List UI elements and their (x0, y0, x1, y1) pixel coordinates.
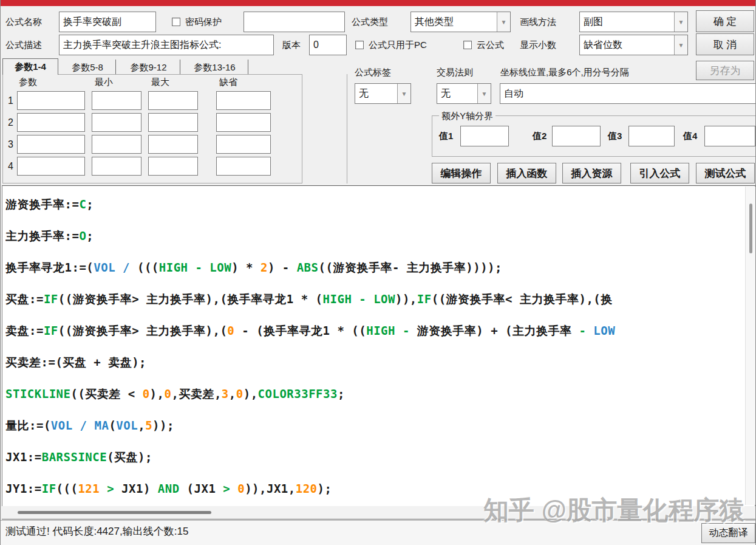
cloud-formula-label: 云公式 (477, 35, 504, 55)
param-input[interactable] (92, 113, 141, 132)
code-line: 量比:=(VOL / MA(VOL,5)); (5, 410, 755, 441)
version-input[interactable]: 0 (309, 35, 347, 55)
formula-tag-label: 公式标签 (355, 62, 391, 83)
save-as-button[interactable]: 另存为 (696, 61, 754, 80)
formula-name-label: 公式名称 (5, 12, 42, 32)
trade-rule-label: 交易法则 (437, 62, 473, 83)
test-formula-button[interactable]: 测试公式 (696, 163, 755, 183)
draw-method-select[interactable]: 副图 ▼ (579, 12, 688, 32)
cloud-formula-checkbox[interactable] (463, 41, 472, 49)
coord-line-label: 坐标线位置,最多6个,用分号分隔 (500, 62, 629, 83)
value2-input[interactable] (552, 126, 601, 146)
param-input[interactable] (216, 113, 271, 132)
pc-only-label: 公式只用于PC (369, 35, 427, 55)
code-line: 游资换手率:=C; (5, 188, 755, 220)
param-input[interactable] (92, 135, 141, 154)
value3-input[interactable] (628, 126, 675, 146)
decimal-value: 缺省位数 (580, 35, 674, 55)
value3-label: 值3 (608, 126, 622, 146)
dynamic-translate-button[interactable]: 动态翻译 (701, 523, 755, 543)
code-line: 换手率寻龙1:=(VOL / (((HIGH - LOW) * 2) - ABS… (5, 252, 755, 283)
version-label: 版本 (282, 35, 301, 55)
formula-desc-label: 公式描述 (5, 35, 42, 55)
param-header-name: 参数 (19, 77, 37, 88)
pc-only-checkbox[interactable] (355, 41, 364, 49)
formula-type-select[interactable]: 其他类型 ▼ (410, 12, 511, 32)
param-input[interactable] (148, 135, 198, 154)
trade-rule-select[interactable]: 无 ▼ (437, 83, 491, 104)
edit-operations-button[interactable]: 编辑操作 (432, 163, 491, 183)
chevron-down-icon[interactable]: ▼ (674, 35, 687, 55)
tab-params-13-16[interactable]: 参数13-16 (182, 60, 248, 75)
formula-tag-value: 无 (355, 84, 397, 103)
chevron-down-icon[interactable]: ▼ (477, 84, 491, 103)
coord-line-input[interactable]: 自动 (500, 83, 756, 104)
param-row-number: 3 (8, 139, 13, 150)
code-editor[interactable]: 游资换手率:=C;主力换手率:=O;换手率寻龙1:=(VOL / (((HIGH… (2, 185, 755, 506)
titlebar[interactable] (1, 0, 756, 6)
password-input[interactable] (243, 12, 345, 32)
formula-name-input[interactable]: 换手率突破副 (59, 12, 156, 32)
value1-input[interactable] (460, 126, 509, 146)
formula-editor-dialog: 公式名称 换手率突破副 密码保护 公式类型 其他类型 ▼ 画线方法 副图 ▼ 确… (0, 0, 756, 545)
param-row-number: 1 (8, 95, 13, 106)
draw-method-label: 画线方法 (520, 12, 556, 32)
code-line: JX1:=BARSSINCE(买盘); (5, 441, 755, 473)
formula-tag-select[interactable]: 无 ▼ (355, 83, 411, 104)
y-axis-group-title: 额外Y轴分界 (439, 111, 495, 122)
tab-params-1-4[interactable]: 参数1-4 (2, 58, 58, 75)
import-formula-button[interactable]: 引入公式 (630, 163, 689, 183)
tab-params-5-8[interactable]: 参数5-8 (60, 60, 116, 75)
param-input[interactable] (148, 157, 198, 176)
param-header-min: 最小 (95, 77, 113, 88)
decimal-select[interactable]: 缺省位数 ▼ (579, 35, 688, 55)
trade-rule-value: 无 (437, 84, 477, 103)
chevron-down-icon[interactable]: ▼ (397, 84, 410, 103)
value4-label: 值4 (683, 126, 697, 146)
param-input[interactable] (216, 91, 271, 110)
param-input[interactable] (148, 113, 198, 132)
status-text: 测试通过! 代码长度:4427,输出线个数:15 (5, 524, 188, 538)
decimal-label: 显示小数 (520, 35, 556, 55)
horizontal-scrollbar-thumb[interactable] (18, 511, 211, 514)
formula-type-value: 其他类型 (411, 12, 497, 32)
code-line: 买盘:=IF((游资换手率> 主力换手率),(换手率寻龙1 * (HIGH - … (5, 283, 755, 315)
password-protect-checkbox[interactable] (172, 18, 180, 26)
ok-button[interactable]: 确 定 (696, 10, 754, 32)
code-line: 卖盘:=IF((游资换手率> 主力换手率),(0 - (换手率寻龙1 * ((H… (5, 315, 755, 346)
value2-label: 值2 (533, 126, 547, 146)
chevron-down-icon[interactable]: ▼ (674, 12, 687, 32)
param-header-default: 缺省 (219, 77, 237, 88)
tab-params-9-12[interactable]: 参数9-12 (117, 60, 180, 75)
password-protect-label: 密码保护 (185, 12, 222, 32)
code-line: STICKLINE((买卖差 < 0),0,买卖差,3,0),COLOR33FF… (5, 378, 755, 410)
panel-divider (347, 74, 347, 183)
code-line: 主力换手率:=O; (5, 220, 755, 252)
param-input[interactable] (216, 157, 271, 176)
chevron-down-icon[interactable]: ▼ (497, 12, 510, 32)
value1-label: 值1 (439, 126, 453, 146)
param-input[interactable] (17, 157, 85, 176)
param-row-number: 4 (8, 161, 13, 172)
code-line: 买卖差:=(买盘 + 卖盘); (5, 346, 755, 378)
param-input[interactable] (216, 135, 271, 154)
code-line: JY1:=IF(((121 > JX1) AND (JX1 > 0)),JX1,… (5, 473, 755, 504)
insert-resource-button[interactable]: 插入资源 (562, 163, 621, 183)
param-row-number: 2 (8, 117, 13, 128)
vertical-scrollbar-thumb[interactable] (749, 204, 752, 253)
cancel-button[interactable]: 取 消 (696, 33, 754, 55)
param-input[interactable] (17, 91, 85, 110)
draw-method-value: 副图 (580, 12, 674, 32)
param-input[interactable] (92, 157, 141, 176)
value4-input[interactable] (704, 126, 755, 146)
insert-function-button[interactable]: 插入函数 (497, 163, 556, 183)
param-input[interactable] (92, 91, 141, 110)
formula-type-label: 公式类型 (352, 12, 388, 32)
param-input[interactable] (17, 135, 85, 154)
formula-desc-input[interactable]: 主力换手率突破主升浪主图指标公式: (59, 35, 274, 55)
param-header-max: 最大 (151, 77, 169, 88)
param-input[interactable] (148, 91, 198, 110)
param-input[interactable] (17, 113, 85, 132)
